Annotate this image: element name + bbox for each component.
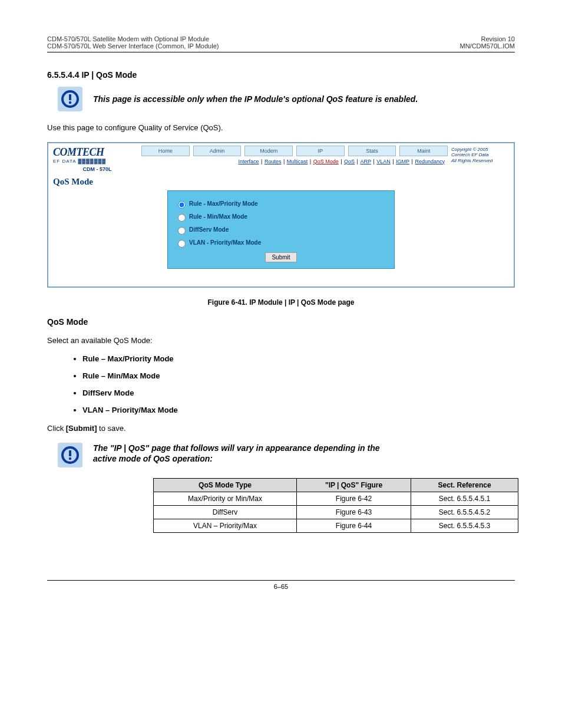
td-figure-1: Figure 6-42 [297, 492, 411, 505]
body-para: Select an available QoS Mode: [47, 335, 515, 347]
important-icon [58, 87, 82, 111]
table-row: VLAN – Priority/Max Figure 6-44 Sect. 6.… [154, 519, 518, 532]
important-text-secondary: The "IP | QoS" page that follows will va… [93, 443, 380, 464]
nav-area: Home Admin Modem IP Stats Maint Interfac… [141, 146, 448, 164]
radio-label-2: Rule - Min/Max Mode [189, 213, 247, 220]
mode-item-3: DiffServ Mode [82, 388, 515, 397]
copyright-1: Copyright © 2005 [451, 147, 510, 153]
td-mode-3: VLAN – Priority/Max [154, 519, 297, 532]
save-note-bold: [Submit] [66, 424, 97, 433]
doc-header-row: CDM-570/570L Satellite Modem with Option… [47, 35, 515, 50]
th-figure: "IP | QoS" Figure [297, 478, 411, 492]
logo-model: CDM - 570L [53, 166, 141, 172]
copyright-3: All Rights Reserved [451, 158, 510, 164]
td-figure-2: Figure 6-43 [297, 505, 411, 519]
td-mode-2: DiffServ [154, 505, 297, 519]
copyright-block: Copyright © 2005 Comtech EF Data All Rig… [448, 146, 510, 164]
mode-item-1: Rule – Max/Priority Mode [82, 354, 515, 363]
doc-header-left-1: CDM-570/570L Satellite Modem with Option… [47, 35, 219, 42]
svg-point-2 [69, 101, 71, 104]
important-text-primary: This page is accessible only when the IP… [93, 94, 418, 104]
logo-main: COMTECH [53, 147, 141, 157]
important-notice-primary: This page is accessible only when the IP… [47, 87, 515, 111]
radio-row-4[interactable]: VLAN - Priority/Max Mode [175, 238, 387, 248]
header-divider [47, 52, 515, 52]
svg-point-5 [69, 457, 71, 459]
tab-ip[interactable]: IP [296, 146, 345, 156]
link-qos-mode[interactable]: QoS Mode [313, 159, 339, 164]
td-mode-1: Max/Priority or Min/Max [154, 492, 297, 505]
page-number: 6–65 [274, 583, 288, 590]
tab-maint[interactable]: Maint [399, 146, 448, 156]
nav-tabs: Home Admin Modem IP Stats Maint [141, 146, 448, 156]
radio-row-1[interactable]: Rule - Max/Priority Mode [175, 199, 387, 209]
mode-item-2: Rule – Min/Max Mode [82, 371, 515, 380]
save-note-prefix: Click [47, 424, 66, 433]
secondary-line1: The "IP | QoS" page that follows will va… [93, 443, 380, 453]
radio-vlan[interactable] [178, 240, 186, 248]
link-qos[interactable]: QoS [344, 159, 355, 164]
qos-body: Rule - Max/Priority Mode Rule - Min/Max … [48, 190, 514, 286]
copyright-2: Comtech EF Data [451, 152, 510, 158]
link-routes[interactable]: Routes [265, 159, 282, 164]
th-mode: QoS Mode Type [154, 478, 297, 492]
radio-label-1: Rule - Max/Priority Mode [189, 200, 258, 207]
tab-home[interactable]: Home [141, 146, 190, 156]
subheading-qos-mode: QoS Mode [47, 317, 515, 327]
tab-admin[interactable]: Admin [193, 146, 242, 156]
svg-rect-1 [69, 94, 71, 100]
app-frame: COMTECH EF DATA ▓▓▓▓▓▓▓ CDM - 570L Home … [47, 142, 515, 288]
radio-label-4: VLAN - Priority/Max Mode [189, 239, 261, 246]
link-multicast[interactable]: Multicast [287, 159, 308, 164]
radio-row-2[interactable]: Rule - Min/Max Mode [175, 212, 387, 222]
link-interface[interactable]: Interface [239, 159, 259, 164]
link-arp[interactable]: ARP [360, 159, 371, 164]
radio-row-3[interactable]: DiffServ Mode [175, 225, 387, 235]
page-title: QoS Mode [48, 173, 514, 190]
mode-item-4: VLAN – Priority/Max Mode [82, 406, 515, 414]
svg-rect-4 [69, 450, 71, 456]
important-notice-secondary: The "IP | QoS" page that follows will va… [47, 443, 515, 467]
feature-table: QoS Mode Type "IP | QoS" Figure Sect. Re… [153, 478, 518, 533]
link-redundancy[interactable]: Redundancy [415, 159, 445, 164]
table-row: DiffServ Figure 6-43 Sect. 6.5.5.4.5.2 [154, 505, 518, 519]
link-igmp[interactable]: IGMP [396, 159, 409, 164]
doc-header-right-1: Revision 10 [459, 35, 515, 42]
nav-links: Interface | Routes | Multicast | QoS Mod… [141, 159, 448, 164]
link-vlan[interactable]: VLAN [376, 159, 391, 164]
td-sect-1: Sect. 6.5.5.4.5.1 [411, 492, 518, 505]
figure-caption: Figure 6-41. IP Module | IP | QoS Mode p… [47, 298, 515, 307]
radio-label-3: DiffServ Mode [189, 226, 229, 233]
important-icon-2 [58, 443, 82, 467]
doc-header-right-2: MN/CDM570L.IOM [459, 42, 515, 50]
submit-row: Submit [175, 252, 387, 262]
app-header: COMTECH EF DATA ▓▓▓▓▓▓▓ CDM - 570L Home … [48, 143, 514, 173]
footer: 6–65 [47, 580, 515, 590]
radio-maxpriority[interactable] [178, 201, 186, 209]
td-sect-2: Sect. 6.5.5.4.5.2 [411, 505, 518, 519]
radio-minmax[interactable] [178, 214, 186, 222]
qos-panel: Rule - Max/Priority Mode Rule - Min/Max … [167, 190, 395, 269]
logo-sub: EF DATA ▓▓▓▓▓▓▓ [53, 159, 141, 164]
th-sect: Sect. Reference [411, 478, 518, 492]
tab-stats[interactable]: Stats [348, 146, 396, 156]
table-header-row: QoS Mode Type "IP | QoS" Figure Sect. Re… [154, 478, 518, 492]
save-note: Click [Submit] to save. [47, 423, 515, 434]
table-row: Max/Priority or Min/Max Figure 6-42 Sect… [154, 492, 518, 505]
tab-modem[interactable]: Modem [244, 146, 293, 156]
intro-text: Use this page to configure Quality of Se… [47, 122, 515, 134]
secondary-line2: active mode of QoS operation: [93, 453, 380, 464]
doc-header-left-2: CDM-570/570L Web Server Interface (Commo… [47, 42, 219, 50]
td-sect-3: Sect. 6.5.5.4.5.3 [411, 519, 518, 532]
submit-button[interactable]: Submit [265, 252, 296, 262]
radio-diffserv[interactable] [178, 227, 186, 235]
save-note-suffix: to save. [97, 424, 126, 433]
section-heading: 6.5.5.4.4 IP | QoS Mode [47, 70, 515, 80]
logo-block: COMTECH EF DATA ▓▓▓▓▓▓▓ CDM - 570L [52, 146, 141, 172]
td-figure-3: Figure 6-44 [297, 519, 411, 532]
mode-list: Rule – Max/Priority Mode Rule – Min/Max … [82, 354, 515, 414]
